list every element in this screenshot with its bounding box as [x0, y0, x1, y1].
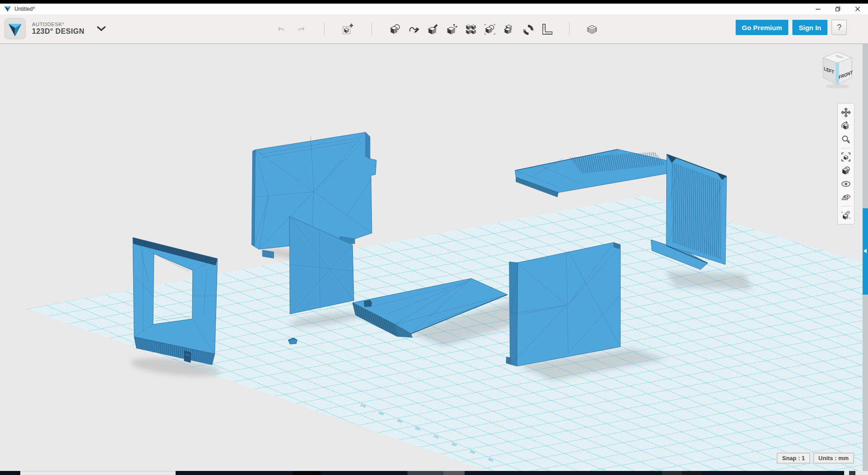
scene-canvas: 230 240 250 260 270 280 290 300	[0, 44, 868, 471]
go-premium-button[interactable]: Go Premium	[736, 20, 788, 35]
view-cube-edge-highlight[interactable]	[836, 63, 839, 84]
nav-separator	[841, 206, 851, 206]
undo-icon[interactable]	[276, 22, 288, 36]
panel-expand-tab[interactable]	[863, 208, 868, 295]
account-actions: Go Premium Sign In ?	[736, 20, 847, 35]
modify-icon[interactable]	[446, 22, 458, 36]
appbar: AUTODESK° 123D° DESIGN	[0, 14, 868, 44]
snap-icon[interactable]	[521, 22, 534, 36]
snap-settings-icon[interactable]	[839, 208, 853, 222]
zoom-icon[interactable]	[839, 133, 853, 146]
units-setting[interactable]: Units : mm	[814, 453, 854, 463]
bezel-buttons	[184, 351, 191, 363]
part-top-tray[interactable]	[515, 149, 672, 197]
taskbar-segment	[844, 471, 868, 475]
restore-icon[interactable]	[835, 6, 841, 12]
taskbar-segment	[293, 471, 321, 475]
app-logo-icon	[5, 18, 26, 39]
text-layers-icon[interactable]	[586, 22, 598, 36]
toolbar-separator	[371, 22, 372, 36]
taskbar-segment	[682, 471, 702, 475]
main-menu-chevron-down-icon[interactable]	[97, 26, 106, 31]
primitives-icon[interactable]	[389, 22, 402, 36]
taskbar-sliver[interactable]	[0, 471, 868, 475]
view-cube[interactable]: TOP LEFT FRONT	[818, 48, 857, 91]
redo-icon[interactable]	[294, 22, 307, 36]
group-icon[interactable]	[484, 22, 496, 36]
viewport-3d[interactable]: 230 240 250 260 270 280 290 300	[0, 44, 868, 471]
measure-icon[interactable]	[540, 22, 553, 36]
chevron-left-icon	[863, 249, 867, 253]
grid-visibility-icon[interactable]	[839, 191, 853, 204]
brand-autodesk: AUTODESK°	[32, 22, 84, 27]
sketch-icon[interactable]	[408, 22, 420, 36]
brand-zone: AUTODESK° 123D° DESIGN	[5, 18, 106, 39]
window-top-strip	[0, 0, 868, 4]
help-button[interactable]: ?	[832, 20, 847, 35]
titlebar: Untitled*	[0, 4, 868, 14]
transform-move-icon[interactable]	[342, 22, 354, 36]
taskbar-segment	[407, 471, 443, 475]
brand-text: AUTODESK° 123D° DESIGN	[32, 22, 84, 35]
nav-separator	[841, 148, 851, 148]
taskbar-segment	[849, 471, 855, 475]
zoom-to-fit-icon[interactable]	[839, 150, 853, 164]
taskbar-segment	[443, 471, 465, 475]
toolbar-separator	[324, 22, 325, 36]
window-title: Untitled*	[14, 6, 35, 12]
snap-setting[interactable]: Snap : 1	[777, 453, 810, 463]
app-window: Untitled* AUTODESK° 123D	[0, 0, 868, 475]
orbit-icon[interactable]	[839, 119, 853, 133]
hide-show-icon[interactable]	[839, 177, 853, 191]
minimize-icon[interactable]	[815, 6, 821, 12]
combine-icon[interactable]	[502, 22, 515, 36]
taskbar-segment	[0, 471, 20, 475]
material-icon[interactable]	[839, 164, 853, 177]
pattern-icon[interactable]	[465, 22, 477, 36]
navigation-toolbar	[837, 103, 854, 224]
status-bar: Snap : 1 Units : mm	[777, 453, 854, 463]
taskbar-segment	[20, 471, 176, 475]
main-toolbar	[276, 21, 598, 38]
sign-in-button[interactable]: Sign In	[792, 20, 827, 35]
close-icon[interactable]	[854, 6, 861, 12]
part-clip	[364, 300, 372, 307]
construct-icon[interactable]	[427, 22, 439, 36]
brand-123d-design: 123D° DESIGN	[32, 27, 84, 36]
pan-icon[interactable]	[839, 106, 853, 119]
taskbar-segment	[662, 471, 682, 475]
app-mini-logo-icon	[4, 6, 11, 12]
toolbar-separator	[569, 22, 570, 36]
window-controls	[815, 4, 861, 14]
